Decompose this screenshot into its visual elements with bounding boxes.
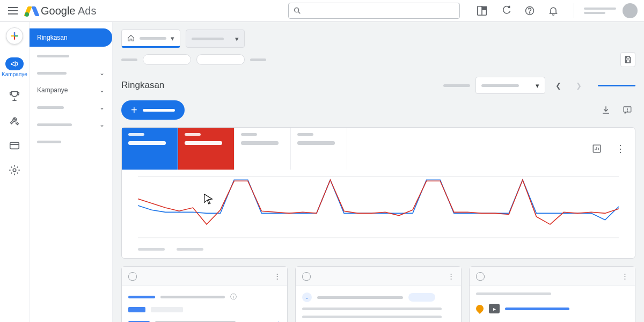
rail-campaigns[interactable]: Kampanye	[2, 57, 27, 77]
campaign-scope-selector[interactable]: ▾	[186, 30, 245, 48]
sidebar-item-overview[interactable]: Ringkasan	[30, 28, 112, 47]
metric-tile-1[interactable]	[122, 128, 178, 170]
reports-icon[interactable]	[476, 5, 488, 17]
more-icon[interactable]: ⋮	[448, 272, 455, 280]
chart-legend	[122, 245, 635, 258]
search-input[interactable]	[288, 3, 460, 19]
download-button[interactable]	[598, 102, 614, 118]
chevron-down-icon: ⌄	[99, 121, 105, 128]
rail-campaigns-label: Kampanye	[2, 71, 27, 77]
expand-chart-button[interactable]	[589, 141, 605, 157]
summary-cards-row: ⋮ ⓘ → → → ⋮ ⬪	[113, 266, 644, 322]
side-nav: Ringkasan ⌄ Kampanye⌄ ⌄ ⌄	[30, 22, 113, 322]
more-menu-button[interactable]: ⋮	[612, 141, 628, 157]
chevron-down-icon: ⌄	[99, 86, 105, 94]
svg-point-6	[529, 13, 530, 13]
header-tools	[471, 5, 564, 17]
brand-name: Google	[41, 5, 76, 17]
filter-label	[121, 58, 137, 61]
save-view-button[interactable]	[620, 52, 635, 67]
menu-icon[interactable]	[6, 4, 19, 17]
notifications-icon[interactable]	[548, 5, 559, 16]
feedback-icon	[623, 105, 632, 115]
videos-card: ⋮ ▸ ▸ 🔍	[469, 266, 635, 322]
more-icon[interactable]: ⋮	[621, 272, 628, 280]
next-period-button: ❯	[571, 78, 586, 93]
sidebar-item[interactable]	[30, 134, 112, 150]
chevron-down-icon: ⌄	[99, 104, 105, 111]
info-icon[interactable]: ⓘ	[230, 292, 237, 302]
svg-line-1	[298, 12, 301, 14]
sidebar-item[interactable]: ⌄	[30, 99, 112, 115]
app-header: Google Ads	[0, 0, 644, 22]
chevron-down-icon: ▾	[536, 82, 539, 90]
filter-bar	[113, 50, 644, 74]
refresh-icon[interactable]	[501, 5, 511, 16]
goals-icon[interactable]	[9, 90, 20, 102]
arrow-right-icon[interactable]: →	[273, 318, 281, 322]
sidebar-item[interactable]: ⌄	[30, 65, 112, 81]
performance-card: ⋮	[121, 127, 635, 259]
search-icon	[293, 6, 302, 15]
plus-icon: +	[131, 105, 137, 115]
filter-label	[250, 58, 266, 61]
bar-chart-icon: ⬪	[302, 292, 312, 302]
chevron-down-icon: ▾	[235, 35, 239, 43]
save-icon	[624, 55, 632, 64]
lightbulb-icon	[302, 272, 311, 281]
new-campaign-button[interactable]: +	[121, 100, 185, 120]
more-icon: ⋮	[616, 143, 625, 155]
svg-point-18	[627, 111, 628, 112]
svg-rect-15	[626, 60, 629, 63]
account-info[interactable]	[584, 8, 616, 14]
chart-icon	[592, 144, 602, 153]
line-chart	[122, 170, 635, 245]
lightbulb-icon	[128, 272, 137, 281]
prev-period-button[interactable]: ❮	[551, 78, 566, 93]
billing-icon[interactable]	[9, 140, 20, 151]
more-icon[interactable]: ⋮	[274, 272, 281, 280]
sidebar-item-label: Kampanye	[37, 86, 68, 94]
compare-toggle[interactable]	[598, 85, 635, 86]
sidebar-item-campaigns[interactable]: Kampanye⌄	[30, 82, 112, 98]
page-title: Ringkasan	[121, 80, 164, 91]
status-badge	[408, 293, 435, 302]
product-logo[interactable]: Google Ads	[26, 5, 96, 17]
avatar[interactable]	[623, 3, 638, 18]
date-range-selector[interactable]: ▾	[475, 77, 545, 94]
download-icon	[601, 105, 611, 115]
tools-icon[interactable]	[9, 115, 20, 127]
metric-tile-2[interactable]	[178, 128, 235, 170]
filter-chip[interactable]	[143, 54, 191, 65]
svg-rect-14	[626, 56, 629, 58]
video-icon: ▸	[489, 304, 500, 313]
fire-icon	[474, 303, 485, 314]
svg-rect-4	[482, 8, 486, 10]
account-scope-selector[interactable]: ▾	[121, 30, 180, 48]
settings-icon[interactable]	[9, 164, 20, 176]
recommendations-card: ⋮ ⓘ → → →	[121, 266, 288, 322]
filter-chip[interactable]	[196, 54, 245, 65]
svg-rect-11	[10, 143, 19, 149]
create-button[interactable]	[6, 27, 23, 45]
product-name: Ads	[78, 5, 96, 17]
date-label	[443, 84, 470, 87]
metric-tile-3[interactable]	[235, 128, 291, 170]
separator	[574, 3, 574, 18]
megaphone-icon	[10, 60, 19, 68]
help-icon[interactable]	[524, 5, 535, 16]
lightbulb-icon	[476, 272, 485, 281]
chevron-down-icon: ▾	[171, 34, 174, 42]
sidebar-item-label: Ringkasan	[37, 34, 68, 41]
svg-point-0	[295, 8, 299, 12]
feedback-button[interactable]	[619, 102, 635, 118]
metric-tile-4[interactable]	[291, 128, 347, 170]
home-icon	[127, 34, 135, 42]
chevron-down-icon: ⌄	[99, 69, 105, 77]
nav-rail: Kampanye	[0, 22, 30, 322]
sidebar-item[interactable]: ⌄	[30, 116, 112, 133]
ads-logo-icon	[26, 5, 38, 17]
insights-card: ⋮ ⬪ ⓘ	[295, 266, 462, 322]
sidebar-item[interactable]	[30, 48, 112, 64]
svg-point-13	[13, 169, 16, 172]
